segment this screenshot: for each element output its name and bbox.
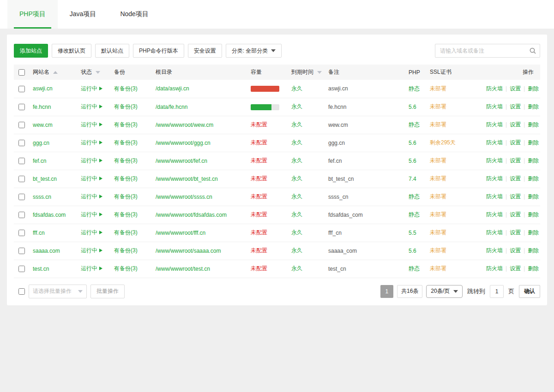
ssl-status-link[interactable]: 未部署 — [430, 157, 446, 164]
capacity-text-link[interactable]: 未配置 — [251, 265, 267, 272]
site-note[interactable]: ggg.cn — [328, 140, 345, 146]
tab-php[interactable]: PHP项目 — [7, 0, 58, 29]
modify-default-page-button[interactable]: 修改默认页 — [52, 44, 91, 58]
delete-link[interactable]: 删除 — [528, 139, 539, 146]
root-dir-link[interactable]: /www/wwwroot/ssss.cn — [156, 194, 212, 200]
expire-link[interactable]: 永久 — [291, 175, 302, 182]
firewall-link[interactable]: 防火墙 — [486, 157, 503, 164]
site-note[interactable]: ssss_cn — [328, 194, 348, 200]
site-status-link[interactable]: 运行中 — [81, 103, 102, 110]
site-status-link[interactable]: 运行中 — [81, 247, 102, 254]
delete-link[interactable]: 删除 — [528, 175, 539, 182]
settings-link[interactable]: 设置 — [510, 247, 521, 254]
site-name-link[interactable]: ggg.cn — [33, 140, 49, 146]
site-note[interactable]: fef.cn — [328, 158, 342, 164]
capacity-text-link[interactable]: 未配置 — [251, 247, 267, 254]
ssl-status-link[interactable]: 未部署 — [430, 229, 446, 236]
col-expire[interactable]: 到期时间 — [289, 65, 326, 80]
root-dir-link[interactable]: /data/fe.hcnn — [156, 104, 187, 110]
delete-link[interactable]: 删除 — [528, 229, 539, 236]
settings-link[interactable]: 设置 — [510, 85, 521, 92]
ssl-status-link[interactable]: 未部署 — [430, 193, 446, 200]
php-version-link[interactable]: 5.6 — [409, 248, 416, 254]
site-name-link[interactable]: aswji.cn — [33, 85, 53, 92]
delete-link[interactable]: 删除 — [528, 265, 539, 272]
root-dir-link[interactable]: /www/wwwroot/fff.cn — [156, 230, 205, 236]
category-filter-dropdown[interactable]: 分类: 全部分类 — [226, 44, 282, 58]
row-checkbox[interactable] — [18, 230, 25, 236]
site-note[interactable]: test_cn — [328, 266, 346, 272]
backup-link[interactable]: 有备份(3) — [114, 103, 138, 110]
security-settings-button[interactable]: 安全设置 — [188, 44, 222, 58]
add-site-button[interactable]: 添加站点 — [14, 44, 48, 58]
ssl-status-link[interactable]: 未部署 — [430, 247, 446, 254]
ssl-status-link[interactable]: 未部署 — [430, 121, 446, 128]
delete-link[interactable]: 删除 — [528, 211, 539, 218]
delete-link[interactable]: 删除 — [528, 121, 539, 128]
capacity-text-link[interactable]: 未配置 — [251, 175, 267, 182]
php-version-link[interactable]: 5.5 — [409, 230, 416, 236]
capacity-text-link[interactable]: 未配置 — [251, 139, 267, 146]
row-checkbox[interactable] — [18, 248, 25, 254]
ssl-status-link[interactable]: 未部署 — [430, 265, 446, 272]
site-note[interactable]: fdsafdas_com — [328, 212, 363, 218]
expire-link[interactable]: 永久 — [291, 121, 302, 128]
settings-link[interactable]: 设置 — [510, 211, 521, 218]
php-version-link[interactable]: 静态 — [409, 265, 420, 272]
capacity-text-link[interactable]: 未配置 — [251, 121, 267, 128]
footer-select-all-checkbox[interactable] — [18, 288, 25, 295]
col-site-name[interactable]: 网站名 — [30, 65, 78, 80]
expire-link[interactable]: 永久 — [291, 103, 302, 110]
site-note[interactable]: wew.cm — [328, 122, 348, 128]
php-version-link[interactable]: 5.6 — [409, 104, 416, 110]
page-number-button[interactable]: 1 — [380, 285, 393, 298]
settings-link[interactable]: 设置 — [510, 121, 521, 128]
firewall-link[interactable]: 防火墙 — [486, 85, 503, 92]
ssl-status-link[interactable]: 未部署 — [430, 85, 446, 92]
site-status-link[interactable]: 运行中 — [81, 121, 102, 128]
site-name-link[interactable]: fef.cn — [33, 158, 46, 164]
php-cli-version-button[interactable]: PHP命令行版本 — [133, 44, 184, 58]
php-version-link[interactable]: 5.6 — [409, 140, 416, 146]
search-icon[interactable] — [529, 47, 536, 54]
ssl-status-link[interactable]: 未部署 — [430, 211, 446, 218]
expire-link[interactable]: 永久 — [291, 265, 302, 272]
php-version-link[interactable]: 静态 — [409, 121, 420, 128]
firewall-link[interactable]: 防火墙 — [486, 103, 503, 110]
root-dir-link[interactable]: /www/wwwroot/fdsafdas.com — [156, 212, 227, 218]
site-name-link[interactable]: bt_test.cn — [33, 176, 57, 182]
backup-link[interactable]: 有备份(3) — [114, 247, 138, 254]
tab-node[interactable]: Node项目 — [108, 0, 160, 29]
tab-java[interactable]: Java项目 — [58, 0, 108, 29]
site-name-link[interactable]: fe.hcnn — [33, 104, 51, 110]
site-status-link[interactable]: 运行中 — [81, 229, 102, 236]
site-note[interactable]: aswji.cn — [328, 85, 348, 92]
delete-link[interactable]: 删除 — [528, 157, 539, 164]
site-status-link[interactable]: 运行中 — [81, 211, 102, 218]
expire-link[interactable]: 永久 — [291, 157, 302, 164]
site-status-link[interactable]: 运行中 — [81, 175, 102, 182]
backup-link[interactable]: 有备份(3) — [114, 175, 138, 182]
capacity-text-link[interactable]: 未配置 — [251, 211, 267, 218]
row-checkbox[interactable] — [18, 122, 25, 128]
row-checkbox[interactable] — [18, 86, 25, 92]
settings-link[interactable]: 设置 — [510, 229, 521, 236]
delete-link[interactable]: 删除 — [528, 103, 539, 110]
site-name-link[interactable]: wew.cm — [33, 122, 53, 128]
row-checkbox[interactable] — [18, 176, 25, 182]
firewall-link[interactable]: 防火墙 — [486, 193, 503, 200]
capacity-text-link[interactable]: 未配置 — [251, 193, 267, 200]
root-dir-link[interactable]: /www/wwwroot/bt_test.cn — [156, 176, 218, 182]
php-version-link[interactable]: 静态 — [409, 211, 420, 218]
row-checkbox[interactable] — [18, 104, 25, 110]
row-checkbox[interactable] — [18, 212, 25, 218]
firewall-link[interactable]: 防火墙 — [486, 121, 503, 128]
delete-link[interactable]: 删除 — [528, 193, 539, 200]
backup-link[interactable]: 有备份(3) — [114, 265, 138, 272]
site-name-link[interactable]: ssss.cn — [33, 194, 51, 200]
site-name-link[interactable]: fdsafdas.com — [33, 212, 66, 218]
site-status-link[interactable]: 运行中 — [81, 265, 102, 272]
expire-link[interactable]: 永久 — [291, 139, 302, 146]
root-dir-link[interactable]: /data/aswji.cn — [156, 85, 189, 92]
site-name-link[interactable]: fff.cn — [33, 230, 45, 236]
